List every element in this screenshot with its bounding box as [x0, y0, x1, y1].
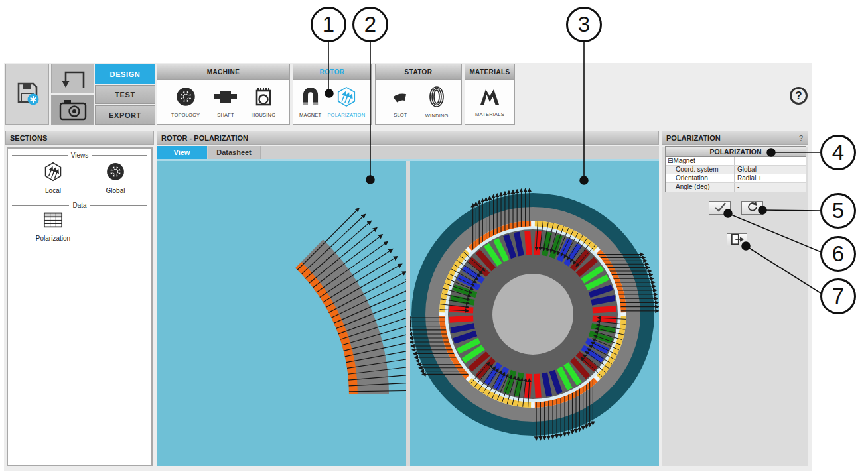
housing-button[interactable]: HOUSING — [252, 86, 275, 118]
help-question-glyph: ? — [795, 89, 802, 103]
sidebar-item-global-view[interactable]: Global — [89, 162, 142, 194]
tab-view[interactable]: View — [157, 146, 207, 159]
camera-button[interactable] — [51, 95, 94, 125]
topology-label: TOPOLOGY — [171, 112, 200, 118]
slot-button[interactable]: SLOT — [388, 86, 412, 118]
slot-label: SLOT — [394, 112, 407, 118]
sections-panel-header: SECTIONS — [5, 131, 154, 145]
save-button[interactable] — [5, 64, 49, 125]
app-window: DESIGN TEST EXPORT MACHINE — [4, 63, 812, 471]
help-button[interactable]: ? — [790, 87, 808, 105]
property-row-orientation[interactable]: Orientation Radial + — [666, 174, 806, 183]
callout-3: 3 — [566, 7, 602, 42]
stator-group-title: STATOR — [376, 64, 461, 80]
machine-group-title: MACHINE — [157, 64, 289, 80]
housing-label: HOUSING — [252, 112, 275, 118]
local-view-icon — [43, 162, 63, 184]
magnet-node-label: Magnet — [673, 157, 695, 164]
save-icon — [14, 80, 40, 109]
coord-system-value[interactable]: Global — [735, 166, 806, 174]
view-area-header: ROTOR - POLARIZATION — [157, 131, 659, 145]
topology-icon — [175, 86, 196, 110]
polarization-panel-title: POLARIZATION — [666, 131, 721, 144]
global-view-label: Global — [106, 187, 125, 194]
magnet-icon — [299, 86, 322, 110]
polarization-canvas — [157, 161, 659, 466]
ribbon-group-stator: STATOR SLOT — [375, 64, 462, 125]
orientation-value[interactable]: Radial + — [735, 174, 806, 182]
sidebar-item-local-view[interactable]: Local — [27, 162, 80, 194]
winding-label: WINDING — [425, 113, 449, 119]
sidebar-item-polarization-data[interactable]: Polarization — [27, 211, 80, 242]
magnet-label: MAGNET — [299, 112, 321, 118]
shaft-button[interactable]: SHAFT — [214, 86, 238, 118]
sections-panel: Views Local — [7, 147, 153, 466]
topology-button[interactable]: TOPOLOGY — [171, 86, 200, 118]
callout-1: 1 — [311, 7, 346, 42]
apply-button[interactable] — [709, 201, 731, 215]
checkmark-icon — [712, 201, 728, 215]
polarization-table-icon — [42, 211, 64, 232]
export-mode-button[interactable]: EXPORT — [95, 105, 155, 125]
orientation-name: Orientation — [666, 174, 735, 182]
ribbon-group-materials: MATERIALS MATERIALS — [465, 64, 515, 125]
import-arrow-icon — [54, 64, 92, 93]
local-polarization-view — [157, 161, 406, 466]
tab-datasheet[interactable]: Datasheet — [208, 146, 261, 159]
property-row-coord-system[interactable]: Coord. system Global — [666, 166, 806, 174]
property-row-magnet[interactable]: ⊟Magnet — [666, 157, 806, 166]
polarization-button[interactable]: POLARIZATION — [327, 86, 365, 118]
materials-group-title: MATERIALS — [465, 64, 514, 80]
data-group-label: Data — [72, 202, 86, 209]
views-group-separator: Views — [12, 152, 147, 159]
materials-label: MATERIALS — [475, 111, 504, 117]
callout-5: 5 — [820, 193, 856, 229]
callout-2: 2 — [352, 7, 388, 42]
polarization-properties-panel — [662, 147, 808, 466]
import-arrow-button[interactable] — [51, 64, 94, 93]
page: DESIGN TEST EXPORT MACHINE — [0, 0, 868, 476]
data-group-separator: Data — [12, 202, 147, 209]
panel-help-icon[interactable]: ? — [799, 131, 803, 144]
export-data-button[interactable] — [727, 233, 747, 247]
winding-button[interactable]: WINDING — [425, 86, 449, 119]
magnet-button[interactable]: MAGNET — [299, 86, 322, 118]
materials-icon — [478, 87, 501, 109]
property-row-angle[interactable]: Angle (deg) - — [666, 183, 806, 192]
materials-button[interactable]: MATERIALS — [475, 87, 504, 117]
view-tabbar: View Datasheet — [157, 146, 659, 159]
polarization-icon — [335, 86, 358, 110]
reset-button[interactable] — [741, 201, 763, 215]
winding-icon — [426, 86, 447, 111]
ribbon-group-rotor: ROTOR MAGNET — [293, 64, 372, 125]
shaft-label: SHAFT — [217, 112, 234, 118]
camera-icon — [56, 95, 90, 125]
polarization-data-label: Polarization — [36, 235, 70, 242]
ribbon-group-machine: MACHINE — [157, 64, 290, 125]
panel-divider — [665, 227, 808, 227]
test-mode-button[interactable]: TEST — [95, 85, 155, 104]
callout-4: 4 — [820, 135, 856, 170]
export-arrow-icon — [729, 233, 745, 249]
property-grid-title: POLARIZATION — [666, 147, 806, 157]
polarization-label: POLARIZATION — [327, 112, 365, 118]
global-view-icon — [106, 162, 125, 184]
shaft-icon — [214, 86, 238, 110]
magnet-tree-node[interactable]: ⊟Magnet — [666, 157, 735, 165]
local-view-label: Local — [45, 187, 61, 194]
angle-value[interactable]: - — [735, 183, 806, 192]
design-mode-button[interactable]: DESIGN — [95, 64, 155, 84]
rotor-group-title: ROTOR — [293, 64, 371, 80]
coord-system-name: Coord. system — [666, 166, 735, 174]
callout-6: 6 — [820, 236, 856, 272]
housing-icon — [252, 86, 275, 110]
global-polarization-view — [410, 161, 659, 466]
polarization-panel-header: POLARIZATION ? — [662, 131, 808, 145]
magnet-node-value — [735, 157, 806, 165]
polarization-property-grid: POLARIZATION ⊟Magnet Coord. system Globa… — [665, 146, 806, 192]
callout-7: 7 — [820, 278, 856, 314]
views-group-label: Views — [71, 152, 89, 159]
angle-name: Angle (deg) — [666, 183, 735, 192]
reset-icon — [746, 200, 759, 216]
slot-icon — [388, 86, 412, 110]
